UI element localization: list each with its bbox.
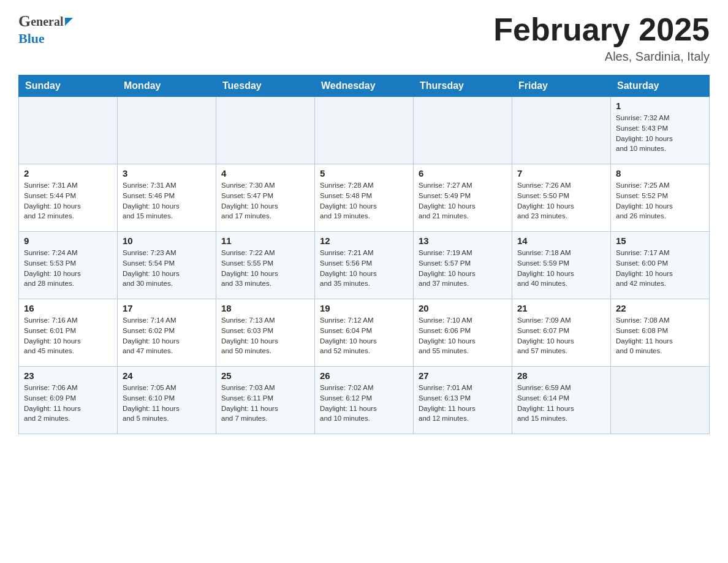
day-number: 24: [123, 370, 211, 381]
calendar-cell: [216, 97, 315, 164]
day-number: 2: [24, 168, 112, 178]
calendar-week-5: 23Sunrise: 7:06 AM Sunset: 6:09 PM Dayli…: [19, 367, 710, 434]
weekday-header-wednesday: Wednesday: [315, 75, 414, 97]
calendar-cell: 9Sunrise: 7:24 AM Sunset: 5:53 PM Daylig…: [19, 232, 118, 299]
day-info: Sunrise: 7:24 AM Sunset: 5:53 PM Dayligh…: [24, 248, 112, 289]
day-info: Sunrise: 7:08 AM Sunset: 6:08 PM Dayligh…: [616, 315, 704, 356]
day-info: Sunrise: 7:16 AM Sunset: 6:01 PM Dayligh…: [24, 315, 112, 356]
day-info: Sunrise: 7:28 AM Sunset: 5:48 PM Dayligh…: [320, 180, 408, 221]
day-info: Sunrise: 7:21 AM Sunset: 5:56 PM Dayligh…: [320, 248, 408, 289]
logo-blue-text: Blue: [18, 31, 45, 47]
day-number: 6: [419, 168, 507, 178]
day-number: 11: [221, 236, 309, 246]
calendar-cell: 23Sunrise: 7:06 AM Sunset: 6:09 PM Dayli…: [19, 367, 118, 434]
calendar-table: SundayMondayTuesdayWednesdayThursdayFrid…: [18, 75, 710, 434]
day-number: 25: [221, 370, 309, 381]
day-info: Sunrise: 7:13 AM Sunset: 6:03 PM Dayligh…: [221, 315, 309, 356]
calendar-cell: 28Sunrise: 6:59 AM Sunset: 6:14 PM Dayli…: [512, 367, 611, 434]
calendar-cell: 20Sunrise: 7:10 AM Sunset: 6:06 PM Dayli…: [414, 299, 512, 367]
day-info: Sunrise: 7:01 AM Sunset: 6:13 PM Dayligh…: [419, 383, 507, 424]
day-number: 15: [616, 236, 704, 246]
calendar-week-2: 2Sunrise: 7:31 AM Sunset: 5:44 PM Daylig…: [19, 164, 710, 232]
calendar-cell: 16Sunrise: 7:16 AM Sunset: 6:01 PM Dayli…: [19, 299, 118, 367]
calendar-cell: 10Sunrise: 7:23 AM Sunset: 5:54 PM Dayli…: [118, 232, 216, 299]
weekday-header-tuesday: Tuesday: [216, 75, 315, 97]
day-number: 20: [419, 303, 507, 313]
day-number: 8: [616, 168, 704, 178]
calendar-week-3: 9Sunrise: 7:24 AM Sunset: 5:53 PM Daylig…: [19, 232, 710, 299]
day-info: Sunrise: 7:31 AM Sunset: 5:46 PM Dayligh…: [123, 180, 211, 221]
day-info: Sunrise: 7:09 AM Sunset: 6:07 PM Dayligh…: [517, 315, 605, 356]
calendar-cell: 6Sunrise: 7:27 AM Sunset: 5:49 PM Daylig…: [414, 164, 512, 232]
weekday-header-friday: Friday: [512, 75, 611, 97]
day-info: Sunrise: 7:19 AM Sunset: 5:57 PM Dayligh…: [419, 248, 507, 289]
calendar-cell: [512, 97, 611, 164]
day-number: 3: [123, 168, 211, 178]
day-number: 14: [517, 236, 605, 246]
weekday-header-row: SundayMondayTuesdayWednesdayThursdayFrid…: [19, 75, 710, 97]
day-number: 22: [616, 303, 704, 313]
day-info: Sunrise: 7:02 AM Sunset: 6:12 PM Dayligh…: [320, 383, 408, 424]
day-info: Sunrise: 7:17 AM Sunset: 6:00 PM Dayligh…: [616, 248, 704, 289]
day-number: 7: [517, 168, 605, 178]
day-number: 28: [517, 370, 605, 381]
day-number: 9: [24, 236, 112, 246]
calendar-cell: 26Sunrise: 7:02 AM Sunset: 6:12 PM Dayli…: [315, 367, 414, 434]
day-number: 17: [123, 303, 211, 313]
day-number: 1: [616, 101, 704, 111]
month-title: February 2025: [493, 12, 710, 47]
calendar-cell: 13Sunrise: 7:19 AM Sunset: 5:57 PM Dayli…: [414, 232, 512, 299]
weekday-header-monday: Monday: [118, 75, 216, 97]
calendar-cell: 21Sunrise: 7:09 AM Sunset: 6:07 PM Dayli…: [512, 299, 611, 367]
day-info: Sunrise: 6:59 AM Sunset: 6:14 PM Dayligh…: [517, 383, 605, 424]
calendar-cell: 22Sunrise: 7:08 AM Sunset: 6:08 PM Dayli…: [611, 299, 710, 367]
calendar-cell: 8Sunrise: 7:25 AM Sunset: 5:52 PM Daylig…: [611, 164, 710, 232]
calendar-cell: 25Sunrise: 7:03 AM Sunset: 6:11 PM Dayli…: [216, 367, 315, 434]
day-number: 21: [517, 303, 605, 313]
calendar-cell: 19Sunrise: 7:12 AM Sunset: 6:04 PM Dayli…: [315, 299, 414, 367]
calendar-cell: 18Sunrise: 7:13 AM Sunset: 6:03 PM Dayli…: [216, 299, 315, 367]
calendar-cell: [611, 367, 710, 434]
calendar-cell: 24Sunrise: 7:05 AM Sunset: 6:10 PM Dayli…: [118, 367, 216, 434]
calendar-cell: 4Sunrise: 7:30 AM Sunset: 5:47 PM Daylig…: [216, 164, 315, 232]
day-number: 23: [24, 370, 112, 381]
day-info: Sunrise: 7:03 AM Sunset: 6:11 PM Dayligh…: [221, 383, 309, 424]
day-info: Sunrise: 7:14 AM Sunset: 6:02 PM Dayligh…: [123, 315, 211, 356]
calendar-cell: [118, 97, 216, 164]
calendar-cell: 3Sunrise: 7:31 AM Sunset: 5:46 PM Daylig…: [118, 164, 216, 232]
day-info: Sunrise: 7:18 AM Sunset: 5:59 PM Dayligh…: [517, 248, 605, 289]
calendar-cell: 17Sunrise: 7:14 AM Sunset: 6:02 PM Dayli…: [118, 299, 216, 367]
logo-text-g: G: [18, 12, 31, 31]
day-info: Sunrise: 7:06 AM Sunset: 6:09 PM Dayligh…: [24, 383, 112, 424]
location: Ales, Sardinia, Italy: [493, 50, 710, 64]
logo-triangle-icon: [65, 18, 73, 26]
weekday-header-saturday: Saturday: [611, 75, 710, 97]
calendar-cell: 11Sunrise: 7:22 AM Sunset: 5:55 PM Dayli…: [216, 232, 315, 299]
logo-text-eneral: eneral: [31, 15, 63, 29]
day-info: Sunrise: 7:10 AM Sunset: 6:06 PM Dayligh…: [419, 315, 507, 356]
calendar-cell: [19, 97, 118, 164]
calendar-cell: 15Sunrise: 7:17 AM Sunset: 6:00 PM Dayli…: [611, 232, 710, 299]
calendar-cell: 5Sunrise: 7:28 AM Sunset: 5:48 PM Daylig…: [315, 164, 414, 232]
calendar-cell: 27Sunrise: 7:01 AM Sunset: 6:13 PM Dayli…: [414, 367, 512, 434]
calendar-week-1: 1Sunrise: 7:32 AM Sunset: 5:43 PM Daylig…: [19, 97, 710, 164]
day-info: Sunrise: 7:32 AM Sunset: 5:43 PM Dayligh…: [616, 113, 704, 154]
calendar-cell: 2Sunrise: 7:31 AM Sunset: 5:44 PM Daylig…: [19, 164, 118, 232]
day-info: Sunrise: 7:25 AM Sunset: 5:52 PM Dayligh…: [616, 180, 704, 221]
day-number: 4: [221, 168, 309, 178]
day-info: Sunrise: 7:31 AM Sunset: 5:44 PM Dayligh…: [24, 180, 112, 221]
calendar-cell: [315, 97, 414, 164]
day-info: Sunrise: 7:27 AM Sunset: 5:49 PM Dayligh…: [419, 180, 507, 221]
day-info: Sunrise: 7:23 AM Sunset: 5:54 PM Dayligh…: [123, 248, 211, 289]
logo: G eneral Blue: [18, 12, 73, 47]
calendar-cell: 7Sunrise: 7:26 AM Sunset: 5:50 PM Daylig…: [512, 164, 611, 232]
calendar-cell: 1Sunrise: 7:32 AM Sunset: 5:43 PM Daylig…: [611, 97, 710, 164]
day-info: Sunrise: 7:12 AM Sunset: 6:04 PM Dayligh…: [320, 315, 408, 356]
day-info: Sunrise: 7:05 AM Sunset: 6:10 PM Dayligh…: [123, 383, 211, 424]
day-number: 10: [123, 236, 211, 246]
day-number: 13: [419, 236, 507, 246]
page-header: G eneral Blue February 2025 Ales, Sardin…: [18, 12, 710, 64]
day-info: Sunrise: 7:22 AM Sunset: 5:55 PM Dayligh…: [221, 248, 309, 289]
calendar-cell: 14Sunrise: 7:18 AM Sunset: 5:59 PM Dayli…: [512, 232, 611, 299]
title-block: February 2025 Ales, Sardinia, Italy: [493, 12, 710, 64]
